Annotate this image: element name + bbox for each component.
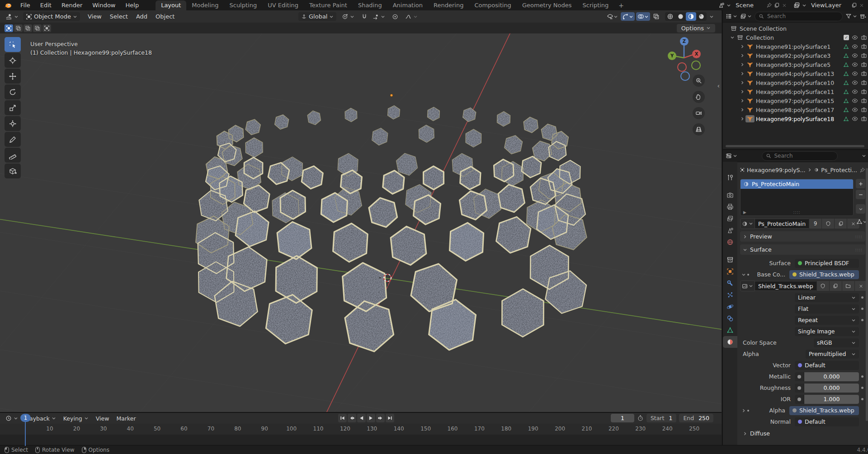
shading-dropdown[interactable] bbox=[708, 14, 715, 20]
workspace-tab[interactable]: Layout bbox=[156, 0, 186, 10]
image-fake-user-icon[interactable] bbox=[816, 281, 829, 291]
diffuse-section-header[interactable]: Diffuse bbox=[740, 428, 865, 439]
eye-icon[interactable] bbox=[852, 70, 858, 77]
outliner-viewlayer-dropdown[interactable] bbox=[740, 13, 752, 19]
eye-icon[interactable] bbox=[852, 98, 858, 104]
alpha-expand-icon[interactable] bbox=[740, 408, 747, 413]
topbar-menu[interactable]: Render bbox=[57, 0, 87, 10]
colorspace-dropdown[interactable]: sRGB bbox=[814, 338, 859, 347]
viewport-menu[interactable]: View bbox=[84, 13, 106, 20]
roughness-socket-toggle[interactable] bbox=[795, 384, 804, 393]
gizmo-x-neg-axis[interactable] bbox=[677, 62, 687, 72]
image-open-folder-icon[interactable] bbox=[842, 281, 854, 291]
select-mode-subtract-button[interactable] bbox=[24, 24, 32, 32]
image-copy-icon[interactable] bbox=[829, 281, 842, 291]
object-expand-icon[interactable] bbox=[739, 53, 745, 58]
slot-list-expander[interactable]: ▶ bbox=[743, 210, 746, 215]
collection-checkbox[interactable]: ✓ bbox=[844, 35, 849, 40]
topbar-menu[interactable]: File bbox=[15, 0, 35, 10]
toolbar-tool-button[interactable] bbox=[5, 84, 21, 99]
properties-options-dropdown[interactable] bbox=[862, 154, 866, 158]
surface-shader-field[interactable]: Principled BSDF bbox=[795, 259, 859, 268]
properties-tab[interactable] bbox=[723, 336, 737, 348]
eye-icon[interactable] bbox=[852, 43, 858, 50]
new-collection-icon[interactable] bbox=[860, 13, 866, 19]
select-mode-invert-button[interactable] bbox=[33, 24, 42, 32]
outliner-object-row[interactable]: Hexagone94:polySurface13 bbox=[723, 69, 868, 78]
decorator-dot[interactable] bbox=[861, 296, 863, 299]
add-workspace-button[interactable]: + bbox=[614, 2, 628, 9]
camera-icon[interactable] bbox=[861, 80, 867, 86]
object-expand-icon[interactable] bbox=[739, 71, 745, 76]
properties-tab[interactable] bbox=[723, 254, 737, 266]
start-frame-field[interactable]: Start 1 bbox=[646, 414, 677, 422]
outliner-object-row[interactable]: Hexagone99:polySurface18 bbox=[723, 114, 868, 123]
sidebar-collapse-arrow[interactable]: ‹ bbox=[717, 82, 720, 89]
eye-icon[interactable] bbox=[852, 116, 858, 122]
metallic-socket-toggle[interactable] bbox=[795, 372, 804, 381]
eye-icon[interactable] bbox=[852, 52, 858, 59]
animate-dot[interactable] bbox=[747, 274, 749, 276]
toolbar-tool-button[interactable] bbox=[5, 132, 21, 147]
workspace-tab[interactable]: Modeling bbox=[186, 0, 224, 10]
ortho-grid-icon[interactable] bbox=[693, 123, 705, 136]
object-expand-icon[interactable] bbox=[739, 44, 745, 49]
outliner-scene-collection-row[interactable]: Scene Collection bbox=[723, 24, 868, 33]
shading-solid-button[interactable] bbox=[675, 12, 686, 21]
remove-slot-button[interactable] bbox=[856, 190, 865, 199]
metallic-value-slider[interactable]: 0.000 bbox=[804, 372, 859, 381]
playhead-frame-badge[interactable]: 1 bbox=[20, 414, 31, 422]
properties-scrollbar[interactable] bbox=[866, 168, 868, 421]
topbar-menu[interactable]: Edit bbox=[35, 0, 57, 10]
new-material-copy-icon[interactable] bbox=[834, 219, 847, 229]
transport-button[interactable] bbox=[348, 414, 356, 422]
toolbar-tool-button[interactable] bbox=[5, 116, 21, 131]
properties-tab[interactable] bbox=[723, 189, 737, 201]
object-expand-icon[interactable] bbox=[739, 117, 745, 121]
pivot-point-dropdown[interactable] bbox=[339, 13, 357, 21]
outliner-object-row[interactable]: Hexagone98:polySurface17 bbox=[723, 105, 868, 114]
transport-button[interactable] bbox=[386, 414, 394, 422]
outliner-object-row[interactable]: Hexagone92:polySurface3 bbox=[723, 51, 868, 60]
ior-socket-toggle[interactable] bbox=[795, 395, 804, 404]
proportional-editing-toggle[interactable] bbox=[391, 13, 400, 21]
workspace-tab[interactable]: Compositing bbox=[469, 0, 517, 10]
select-mode-intersect-button[interactable] bbox=[42, 24, 51, 32]
gizmo-y-axis[interactable]: Y bbox=[668, 51, 676, 60]
topbar-menu[interactable]: Window bbox=[87, 0, 120, 10]
roughness-value-slider[interactable]: 0.000 bbox=[804, 384, 859, 393]
workspace-tab[interactable]: Geometry Nodes bbox=[517, 0, 577, 10]
workspace-tab[interactable]: Shading bbox=[353, 0, 387, 10]
alpha-texture-field[interactable]: Shield_Tracks.webp bbox=[789, 406, 859, 415]
decorator-dot[interactable] bbox=[861, 387, 863, 389]
transport-button[interactable] bbox=[338, 414, 347, 422]
camera-icon[interactable] bbox=[861, 89, 867, 95]
viewport-menu[interactable]: Select bbox=[106, 13, 132, 20]
object-expand-icon[interactable] bbox=[739, 98, 745, 103]
viewport-menu[interactable]: Object bbox=[151, 13, 179, 20]
auto-keying-stopwatch-icon[interactable] bbox=[637, 415, 644, 421]
shading-material-preview-button[interactable] bbox=[686, 12, 696, 21]
blender-logo-icon[interactable] bbox=[0, 1, 15, 9]
properties-tab[interactable] bbox=[723, 172, 737, 183]
camera-icon[interactable] bbox=[861, 52, 867, 59]
ior-value-slider[interactable]: 1.000 bbox=[804, 395, 859, 404]
preview-section-header[interactable]: Preview :::: bbox=[740, 231, 865, 242]
extension-dropdown[interactable]: Repeat bbox=[795, 316, 859, 325]
copy-viewlayer-icon[interactable] bbox=[851, 2, 857, 8]
pan-hand-icon[interactable] bbox=[693, 91, 705, 103]
shading-rendered-button[interactable] bbox=[696, 12, 707, 21]
object-expand-icon[interactable] bbox=[739, 62, 745, 67]
mode-dropdown[interactable]: Object Mode bbox=[23, 12, 80, 21]
toolbar-tool-button[interactable] bbox=[5, 53, 21, 68]
properties-tab[interactable] bbox=[723, 324, 737, 336]
eye-icon[interactable] bbox=[852, 89, 858, 95]
pin-icon[interactable] bbox=[766, 2, 772, 8]
camera-view-icon[interactable] bbox=[693, 107, 705, 119]
viewport-menu[interactable]: Add bbox=[132, 13, 151, 20]
properties-tab[interactable] bbox=[723, 301, 737, 313]
viewlayer-selector[interactable]: ViewLayer bbox=[793, 2, 864, 9]
workspace-tab[interactable]: Sculpting bbox=[224, 0, 262, 10]
decorator-dot[interactable] bbox=[861, 308, 863, 310]
timeline-editor-type-dropdown[interactable] bbox=[3, 414, 21, 422]
